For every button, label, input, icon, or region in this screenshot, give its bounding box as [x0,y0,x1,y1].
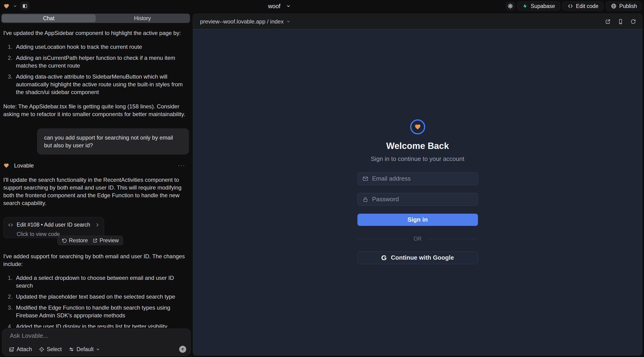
mode-dropdown[interactable]: Default [69,346,100,352]
topbar: woof Supabase Edit code [0,0,644,12]
edit-card-title: Edit #108 • Add user ID search supp... [17,221,92,229]
preview-url-dropdown[interactable]: preview--woof.lovable.app / index [200,18,290,25]
assistant-msg1-note: Note: The AppSidebar.tsx file is getting… [3,102,189,118]
user-message-row: can you add support for searching not on… [3,128,189,154]
password-field-wrapper [358,193,478,206]
gear-icon [508,3,513,9]
preview-viewport: Welcome Back Sign in to continue to your… [193,29,642,355]
lock-icon [362,196,368,202]
composer: Attach Select Default [2,328,191,356]
project-title-dropdown[interactable]: woof [268,0,291,12]
chevron-right-icon[interactable] [95,222,100,227]
project-menu-chevron-icon[interactable] [13,4,17,8]
list-item: Updated the placeholder text based on th… [14,293,189,300]
chat-input[interactable] [10,332,174,340]
or-label: OR [414,236,422,242]
restore-icon [62,238,67,243]
divider-line [358,239,408,239]
chat-messages: I've updated the AppSidebar component to… [3,25,189,328]
assistant-msg2-list: Added a select dropdown to choose betwee… [14,274,189,328]
code-brackets-icon [8,222,13,228]
mobile-view-icon[interactable] [618,19,623,24]
edit-card-wrapper: Edit #108 • Add user ID search supp... C… [3,217,104,246]
refresh-icon[interactable] [630,19,636,24]
envelope-icon [362,176,368,182]
assistant-msg1-intro: I've updated the AppSidebar component to… [3,29,189,37]
chevron-down-icon [286,4,291,8]
or-divider: OR [358,236,478,242]
tab-history[interactable]: History [96,14,190,22]
assistant-msg2-summary: I've added support for searching by both… [3,252,189,268]
assistant-msg2-intro: I'll update the search functionality in … [3,176,189,207]
list-item: Adding data-active attribute to SidebarM… [14,73,189,96]
edit-card[interactable]: Edit #108 • Add user ID search supp... C… [3,217,104,238]
list-item: Adding useLocation hook to track the cur… [14,43,189,51]
login-card: Welcome Back Sign in to continue to your… [358,120,478,264]
password-field[interactable] [372,196,473,203]
edit-code-label: Edit code [576,3,598,10]
publish-button[interactable]: Publish [606,2,642,10]
sliders-icon [69,347,74,352]
list-item: Added a select dropdown to choose betwee… [14,274,189,290]
attach-button[interactable]: Attach [9,346,32,352]
assistant-name: Lovable [14,162,34,169]
restore-button[interactable]: Restore [60,236,89,245]
supabase-button[interactable]: Supabase [517,2,560,10]
preview-panel: preview--woof.lovable.app / index [193,14,642,356]
divider-line [427,239,478,239]
preview-urlbar: preview--woof.lovable.app / index [193,14,642,29]
project-name: woof [268,3,280,10]
select-target-icon [39,347,44,352]
tab-chat[interactable]: Chat [2,14,96,22]
login-title: Welcome Back [386,141,449,151]
list-item: Added the user ID display in the results… [14,322,189,328]
chevron-down-icon [96,348,100,351]
settings-button[interactable] [506,2,515,10]
user-message-bubble: can you add support for searching not on… [37,128,189,154]
app-logo-heart-icon [414,124,421,130]
assistant-msg1-list: Adding useLocation hook to track the cur… [14,43,189,96]
send-button[interactable] [179,346,186,353]
message-menu-button[interactable]: ··· [178,162,185,169]
external-link-icon [93,238,98,243]
edit-card-actions: Restore Preview [58,236,123,245]
code-brackets-icon [568,3,573,9]
lovable-avatar-heart-icon [3,163,10,168]
assistant-header: Lovable ··· [3,162,189,169]
list-item: Modified the Edge Function to handle bot… [14,304,189,319]
supabase-label: Supabase [531,3,555,10]
app-logo-ring [410,120,425,134]
continue-with-google-button[interactable]: G Continue with Google [358,252,478,264]
sidebar-toggle-button[interactable] [20,2,29,10]
supabase-bolt-icon [522,3,528,9]
chat-panel: Chat History I've updated the AppSidebar… [0,12,191,357]
google-g-icon: G [381,254,387,262]
list-item: Adding an isCurrentPath helper function … [14,54,189,70]
email-field[interactable] [372,175,473,182]
sidebar-panel-icon [22,4,28,9]
attach-image-icon [9,347,14,352]
preview-url: preview--woof.lovable.app / index [200,18,284,25]
login-subtitle: Sign in to continue to your account [371,155,464,162]
globe-icon [611,3,616,9]
publish-label: Publish [620,3,637,10]
lovable-logo-heart-icon [3,3,10,9]
open-in-new-tab-icon[interactable] [605,19,611,24]
chat-history-tabbar: Chat History [1,14,190,23]
chevron-down-icon [286,20,290,24]
arrow-up-icon [180,347,185,351]
select-button[interactable]: Select [39,346,62,352]
edit-code-button[interactable]: Edit code [562,2,604,10]
email-field-wrapper [358,172,478,185]
sign-in-button[interactable]: Sign in [358,214,478,226]
preview-button[interactable]: Preview [91,236,120,245]
google-button-label: Continue with Google [391,254,454,261]
